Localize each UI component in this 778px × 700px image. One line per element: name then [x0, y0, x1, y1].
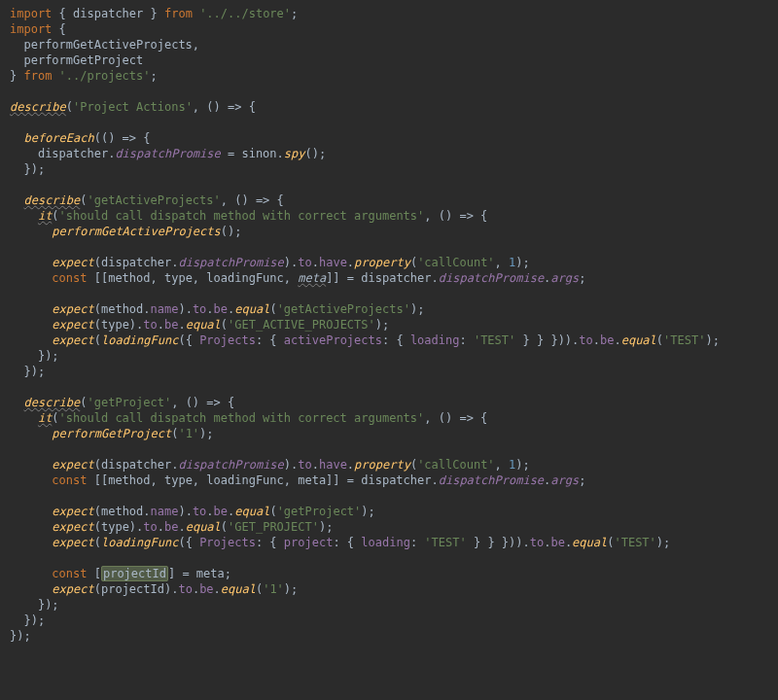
code-editor[interactable]: import { dispatcher } from '../../store'…: [0, 0, 778, 649]
close: });: [23, 613, 45, 627]
paren: (: [94, 318, 101, 332]
ident: type: [101, 520, 129, 534]
paren: ).: [284, 458, 298, 472]
string: 'GET_PROJECT': [228, 520, 319, 534]
comma: ,: [495, 256, 509, 269]
paren: ).: [129, 520, 143, 534]
paren: );: [319, 520, 333, 534]
arrow: , () => {: [424, 411, 487, 425]
close: });: [38, 598, 59, 612]
fn: property: [354, 256, 410, 269]
prop: args: [550, 271, 579, 285]
dot: .: [206, 505, 213, 518]
prop: to: [178, 582, 192, 596]
eq: =: [228, 147, 241, 160]
string: 'getProject': [87, 396, 171, 409]
fn: equal: [234, 302, 269, 316]
paren: (: [94, 302, 101, 316]
ident: type: [101, 318, 129, 332]
colon: : {: [256, 536, 284, 549]
dot: .: [178, 520, 185, 534]
string: '1': [178, 427, 199, 440]
paren: (: [94, 582, 101, 596]
prop: be: [214, 505, 228, 518]
dot: .: [214, 582, 221, 596]
fn-expect: expect: [52, 318, 93, 332]
string: '../projects': [59, 69, 151, 83]
bracket: [: [87, 567, 100, 580]
close: });: [38, 349, 59, 363]
destr: [[method, type, loadingFunc, meta]] = di…: [87, 473, 438, 487]
dot: .: [614, 333, 620, 347]
fn-describe: describe: [10, 100, 66, 114]
colon: :: [459, 333, 473, 347]
string: '1': [263, 582, 284, 596]
ident: dispatcher: [101, 458, 171, 472]
fn-expect: expect: [52, 458, 93, 472]
prop: to: [143, 520, 157, 534]
semi: ;: [151, 69, 158, 83]
paren: );: [284, 582, 298, 596]
fn: property: [354, 458, 410, 472]
paren: ();: [221, 225, 242, 238]
prop: args: [550, 473, 579, 487]
brace: }: [143, 7, 164, 20]
ident: method.: [101, 505, 151, 518]
prop: be: [199, 582, 213, 596]
fn: equal: [186, 520, 221, 534]
prop: have: [319, 458, 347, 472]
fn-it: it: [38, 209, 52, 223]
paren: ).: [164, 582, 178, 596]
paren: (: [221, 318, 228, 332]
prop: Projects: [199, 333, 256, 347]
string: '../../store': [199, 7, 291, 20]
fn: equal: [572, 536, 607, 549]
dot: .: [158, 520, 164, 534]
colon: : {: [333, 536, 361, 549]
string: 'getActiveProjects': [87, 193, 220, 207]
dot: .: [312, 256, 319, 269]
brace: {: [52, 22, 65, 36]
brace: {: [52, 7, 73, 20]
dot: .: [312, 458, 319, 472]
kw-const: const: [52, 473, 87, 487]
paren: );: [705, 333, 719, 347]
bracket: ] = meta;: [168, 567, 231, 580]
ident: performGetProject: [23, 53, 143, 67]
kw-const: const: [52, 271, 87, 285]
prop: be: [164, 318, 178, 332]
prop: be: [600, 333, 614, 347]
string: 'GET_ACTIVE_PROJECTS': [228, 318, 375, 332]
kw-const: const: [52, 567, 87, 580]
semi: ;: [291, 7, 298, 20]
fn-it: it: [38, 411, 52, 425]
paren: );: [515, 256, 529, 269]
fn: loadingFunc: [101, 536, 178, 549]
prop: dispatchPromise: [178, 256, 283, 269]
paren: );: [361, 505, 374, 518]
kw-import: import: [10, 7, 52, 20]
paren: ({: [178, 536, 199, 549]
kw-import: import: [10, 22, 52, 36]
paren: (: [52, 411, 58, 425]
brace: }: [10, 69, 23, 83]
paren: );: [375, 318, 389, 332]
fn-beforeEach: beforeEach: [23, 131, 93, 145]
string: 'getProject': [277, 505, 362, 518]
paren: );: [656, 536, 670, 549]
fn-expect: expect: [52, 536, 93, 549]
string: 'callCount': [417, 458, 494, 472]
paren: (: [52, 209, 58, 223]
paren: (: [94, 536, 101, 549]
arrow: , () => {: [221, 193, 284, 207]
string: 'should call dispatch method with correc…: [59, 411, 425, 425]
ident: performGetActiveProjects: [23, 38, 192, 52]
prop: dispatchPromise: [439, 473, 544, 487]
fn: loadingFunc: [101, 333, 178, 347]
paren: ).: [178, 505, 192, 518]
prop: name: [151, 505, 179, 518]
prop: to: [530, 536, 544, 549]
paren: );: [410, 302, 424, 316]
paren: (: [269, 505, 276, 518]
paren: ({: [178, 333, 199, 347]
